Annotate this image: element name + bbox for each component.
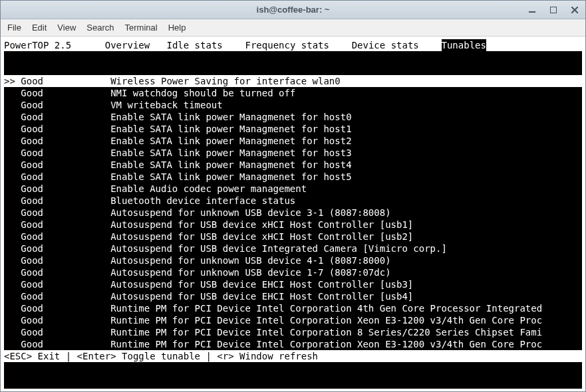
tab-device-stats[interactable]: Device stats (352, 39, 419, 51)
tab-frequency-stats[interactable]: Frequency stats (245, 39, 329, 51)
row-marker (4, 111, 21, 123)
menu-edit[interactable]: Edit (32, 23, 47, 33)
minimize-icon (529, 7, 535, 13)
tunable-row[interactable]: Good Enable SATA link power Managmenet f… (4, 135, 582, 147)
row-status: Good (21, 266, 110, 278)
tunable-row[interactable]: Good Enable Audio codec power management (4, 183, 582, 195)
titlebar: ish@coffee-bar: ~ (1, 1, 585, 19)
row-status: Good (21, 326, 110, 338)
row-description: Enable SATA link power Managmenet for ho… (110, 159, 582, 171)
row-marker (4, 338, 21, 350)
tunable-row[interactable]: Good Autosuspend for USB device xHCI Hos… (4, 231, 582, 243)
row-status: Good (21, 111, 110, 123)
tunable-row[interactable]: Good Autosuspend for USB device Integrat… (4, 243, 582, 254)
row-marker (4, 159, 21, 171)
row-description: Runtime PM for PCI Device Intel Corporat… (110, 326, 582, 338)
row-marker (4, 99, 21, 111)
row-marker (4, 207, 21, 219)
tunable-row[interactable]: Good Enable SATA link power Managmenet f… (4, 159, 582, 171)
row-description: Runtime PM for PCI Device Intel Corporat… (110, 338, 582, 350)
row-status: Good (21, 147, 110, 159)
tunable-row[interactable]: Good Autosuspend for unknown USB device … (4, 254, 582, 266)
row-description: Enable SATA link power Managmenet for ho… (110, 111, 582, 123)
row-description: Enable SATA link power Managmenet for ho… (110, 171, 582, 183)
tunable-row[interactable]: Good VM writeback timeout (4, 99, 582, 111)
row-marker (4, 135, 21, 147)
app-name: PowerTOP 2.5 (4, 39, 71, 51)
tunable-row[interactable]: Good Runtime PM for PCI Device Intel Cor… (4, 302, 582, 314)
svg-rect-1 (550, 7, 557, 13)
row-marker (4, 278, 21, 290)
row-description: Bluetooth device interface status (110, 195, 582, 207)
tab-tunables[interactable]: Tunables (442, 39, 486, 51)
row-status: Good (21, 254, 110, 266)
tunable-row[interactable]: Good Bluetooth device interface status (4, 195, 582, 207)
tunable-row[interactable]: >> Good Wireless Power Saving for interf… (4, 75, 582, 87)
row-marker (4, 87, 21, 99)
row-marker (4, 254, 21, 266)
row-description: Runtime PM for PCI Device Intel Corporat… (110, 302, 582, 314)
row-status: Good (21, 290, 110, 302)
tunable-row[interactable]: Good Autosuspend for unknown USB device … (4, 266, 582, 278)
minimize-button[interactable] (524, 4, 540, 16)
row-status: Good (21, 135, 110, 147)
tunable-row[interactable]: Good Runtime PM for PCI Device Intel Cor… (4, 326, 582, 338)
row-status: Good (21, 338, 110, 350)
row-marker (4, 314, 21, 326)
tunable-row[interactable]: Good Enable SATA link power Managmenet f… (4, 171, 582, 183)
row-status: Good (21, 219, 110, 231)
row-status: Good (21, 171, 110, 183)
row-marker (4, 302, 21, 314)
tunables-list: >> Good Wireless Power Saving for interf… (4, 75, 582, 350)
tunable-row[interactable]: Good Autosuspend for USB device EHCI Hos… (4, 278, 582, 290)
row-marker (4, 326, 21, 338)
row-description: Enable SATA link power Managmenet for ho… (110, 147, 582, 159)
tunable-row[interactable]: Good Enable SATA link power Managmenet f… (4, 111, 582, 123)
tunable-row[interactable]: Good Autosuspend for USB device xHCI Hos… (4, 219, 582, 231)
terminal-window: ish@coffee-bar: ~ File Edit View Search … (0, 0, 586, 392)
row-marker (4, 123, 21, 135)
tunable-row[interactable]: Good Enable SATA link power Managmenet f… (4, 147, 582, 159)
row-description: Autosuspend for USB device Integrated Ca… (110, 243, 582, 254)
row-description: Runtime PM for PCI Device Intel Corporat… (110, 314, 582, 326)
tunable-row[interactable]: Good Autosuspend for USB device EHCI Hos… (4, 290, 582, 302)
row-status: Good (21, 99, 110, 111)
row-description: Autosuspend for unknown USB device 3-1 (… (110, 207, 582, 219)
row-description: Autosuspend for unknown USB device 1-7 (… (110, 266, 582, 278)
menu-terminal[interactable]: Terminal (125, 23, 158, 33)
maximize-button[interactable] (545, 4, 561, 16)
tunable-row[interactable]: Good NMI watchdog should be turned off (4, 87, 582, 99)
footer-r: <r> Window refresh (217, 350, 318, 362)
tunable-row[interactable]: Good Runtime PM for PCI Device Intel Cor… (4, 314, 582, 326)
footer-esc: <ESC> Exit (4, 350, 60, 362)
menu-help[interactable]: Help (168, 23, 186, 33)
window-controls (524, 1, 583, 19)
row-description: Autosuspend for unknown USB device 4-1 (… (110, 254, 582, 266)
menu-search[interactable]: Search (86, 23, 114, 33)
tab-overview[interactable]: Overview (105, 39, 150, 51)
menu-view[interactable]: View (57, 23, 76, 33)
row-status: Good (21, 75, 110, 87)
blank-spacer (4, 51, 582, 75)
tab-idle-stats[interactable]: Idle stats (166, 39, 222, 51)
tunable-row[interactable]: Good Autosuspend for unknown USB device … (4, 207, 582, 219)
maximize-icon (550, 7, 557, 13)
powertop-tabbar: PowerTOP 2.5 Overview Idle stats Frequen… (4, 39, 582, 51)
row-description: Enable SATA link power Managmenet for ho… (110, 135, 582, 147)
close-button[interactable] (567, 4, 583, 16)
row-marker (4, 219, 21, 231)
row-marker (4, 171, 21, 183)
row-status: Good (21, 314, 110, 326)
menu-file[interactable]: File (7, 23, 21, 33)
row-status: Good (21, 207, 110, 219)
terminal-area[interactable]: PowerTOP 2.5 Overview Idle stats Frequen… (1, 37, 585, 391)
row-description: Wireless Power Saving for interface wlan… (110, 75, 582, 87)
svg-rect-0 (529, 11, 535, 13)
tunable-row[interactable]: Good Runtime PM for PCI Device Intel Cor… (4, 338, 582, 350)
row-description: NMI watchdog should be turned off (110, 87, 582, 99)
close-icon (571, 7, 578, 13)
row-marker (4, 266, 21, 278)
tunable-row[interactable]: Good Enable SATA link power Managmenet f… (4, 123, 582, 135)
row-description: Enable Audio codec power management (110, 183, 582, 195)
row-description: Enable SATA link power Managmenet for ho… (110, 123, 582, 135)
